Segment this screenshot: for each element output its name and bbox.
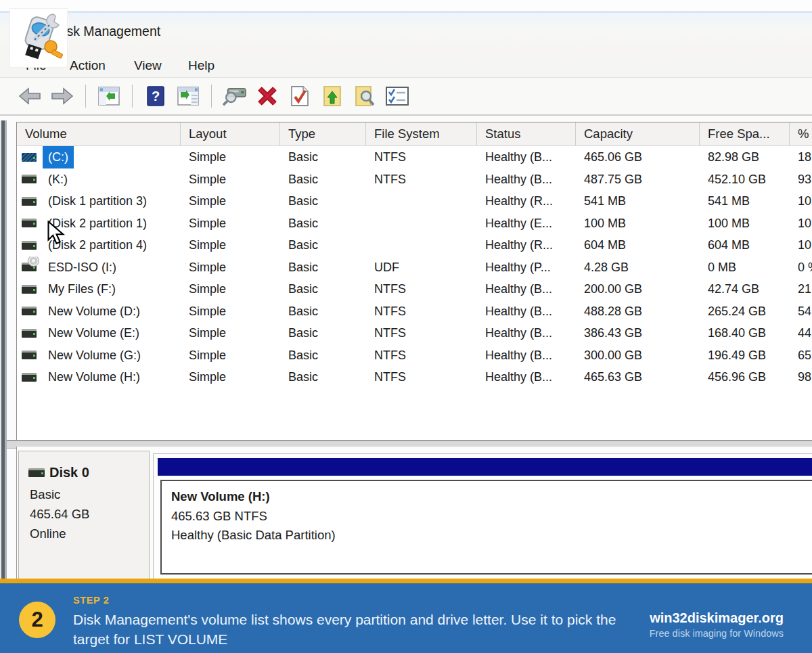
volume-name: (C:) (43, 146, 74, 168)
back-button[interactable] (18, 84, 42, 108)
cell-capacity: 465.06 GB (576, 146, 700, 168)
disk0-panel[interactable]: Disk 0 Basic 465.64 GB Online (18, 451, 150, 582)
disk0-title: Disk 0 (28, 465, 149, 480)
volume-name: New Volume (D:) (43, 300, 145, 323)
column-header-type[interactable]: Type (280, 122, 366, 145)
cell-percent: 0 % (790, 256, 812, 279)
cell-type: Basic (280, 344, 366, 367)
cell-status: Healthy (B... (477, 146, 576, 168)
cell-type: Basic (280, 234, 366, 256)
cell-layout: Simple (181, 366, 280, 388)
window-left-border (0, 120, 7, 579)
rescan-disks-button[interactable] (223, 84, 247, 108)
cell-percent: 98 (790, 366, 812, 388)
cell-status: Healthy (P... (477, 256, 576, 279)
cell-percent: 65 (790, 344, 812, 367)
table-row[interactable]: New Volume (E:) Simple Basic NTFS Health… (17, 322, 812, 344)
graphical-disk-view: Disk 0 Basic 465.64 GB Online New Volume… (16, 447, 812, 582)
volume-name: New Volume (H:) (43, 366, 145, 388)
menu-bar: File Action View Help (0, 57, 812, 78)
help-button[interactable]: ? (143, 84, 168, 108)
toolbar-separator (132, 85, 133, 108)
forward-button[interactable] (50, 84, 74, 108)
volume-icon (22, 351, 37, 359)
delete-volume-button[interactable] (255, 84, 279, 108)
properties-checklist-icon (386, 87, 409, 106)
cell-type: Basic (280, 146, 366, 168)
partition-name: New Volume (H:) (171, 487, 812, 507)
menu-action[interactable]: Action (70, 58, 106, 73)
mark-partition-button[interactable] (288, 84, 312, 108)
disk0-size: 465.64 GB (30, 504, 149, 524)
table-row[interactable]: ESD-ISO (I:) Simple Basic UDF Healthy (P… (17, 256, 812, 279)
mouse-cursor (47, 221, 68, 245)
help-icon: ? (147, 86, 164, 106)
volume-table-body: (C:) Simple Basic NTFS Healthy (B... 465… (17, 146, 812, 388)
show-console-tree-button[interactable] (97, 84, 121, 108)
brand-block: win32diskimager.org Free disk imaging fo… (650, 610, 784, 639)
column-header-status[interactable]: Status (477, 122, 576, 145)
action-pane-icon (177, 87, 199, 106)
folder-up-button[interactable] (320, 84, 344, 108)
cell-type: Basic (280, 366, 366, 388)
cell-type: Basic (280, 322, 366, 344)
cell-file-system: UDF (366, 256, 477, 279)
disk0-type: Basic (30, 485, 149, 504)
cell-layout: Simple (181, 300, 280, 323)
cell-capacity: 541 MB (576, 190, 700, 212)
table-row[interactable]: (C:) Simple Basic NTFS Healthy (B... 465… (17, 146, 812, 168)
table-row[interactable]: New Volume (G:) Simple Basic NTFS Health… (17, 344, 812, 367)
column-header-volume[interactable]: Volume (17, 122, 181, 145)
volume-name: New Volume (E:) (43, 322, 145, 344)
volume-icon (22, 307, 37, 315)
cell-type: Basic (280, 256, 366, 279)
cell-free-space: 168.40 GB (700, 322, 790, 344)
cell-percent: 18 (790, 146, 812, 168)
cell-capacity: 465.63 GB (576, 366, 700, 388)
window-title: Disk Management (54, 24, 160, 39)
toolbar-separator (211, 85, 212, 108)
cell-percent: 10 (790, 190, 812, 212)
cell-layout: Simple (181, 322, 280, 344)
column-header-file-system[interactable]: File System (366, 122, 477, 145)
cell-free-space: 604 MB (700, 234, 790, 256)
column-header-layout[interactable]: Layout (181, 122, 280, 145)
cell-capacity: 200.00 GB (576, 278, 700, 300)
table-row[interactable]: (K:) Simple Basic NTFS Healthy (B... 487… (17, 168, 812, 191)
cell-file-system (366, 234, 477, 256)
partition-color-band (158, 458, 812, 476)
cell-percent: 54 (790, 300, 812, 323)
table-row[interactable]: (Disk 2 partition 1) Simple Basic Health… (17, 212, 812, 235)
cell-percent: 93 (790, 168, 812, 191)
column-header-percent[interactable]: % (790, 122, 812, 145)
delete-x-icon (257, 86, 277, 106)
folder-search-button[interactable] (353, 84, 377, 108)
menu-help[interactable]: Help (188, 58, 215, 73)
step-description: Disk Management's volume list shows ever… (73, 610, 654, 649)
cell-capacity: 386.43 GB (576, 322, 700, 344)
column-header-capacity[interactable]: Capacity (576, 122, 700, 145)
cell-capacity: 100 MB (576, 212, 700, 235)
partition-new-volume-h[interactable]: New Volume (H:) 465.63 GB NTFS Healthy (… (160, 480, 812, 575)
column-header-free-space[interactable]: Free Spa... (700, 122, 790, 145)
show-action-pane-button[interactable] (176, 84, 200, 108)
table-row[interactable]: New Volume (H:) Simple Basic NTFS Health… (17, 366, 812, 388)
title-bar: Disk Management (0, 11, 812, 58)
menu-view[interactable]: View (134, 58, 162, 73)
document-check-icon (290, 85, 309, 107)
table-row[interactable]: New Volume (D:) Simple Basic NTFS Health… (17, 300, 812, 323)
cell-type: Basic (280, 168, 366, 191)
table-row[interactable]: (Disk 2 partition 4) Simple Basic Health… (17, 234, 812, 256)
cell-type: Basic (280, 278, 366, 300)
cell-status: Healthy (R... (477, 190, 576, 212)
cell-status: Healthy (B... (477, 322, 576, 344)
forward-arrow-icon (51, 87, 74, 105)
properties-button[interactable] (385, 84, 409, 108)
table-row[interactable]: (Disk 1 partition 3) Simple Basic Health… (17, 190, 812, 212)
cell-layout: Simple (181, 190, 280, 212)
disk-management-window: Disk Management File Action View Help (0, 0, 812, 653)
cell-type: Basic (280, 300, 366, 323)
table-row[interactable]: My Files (F:) Simple Basic NTFS Healthy … (17, 278, 812, 300)
volume-name: My Files (F:) (43, 278, 121, 300)
disk0-status: Online (30, 524, 149, 543)
